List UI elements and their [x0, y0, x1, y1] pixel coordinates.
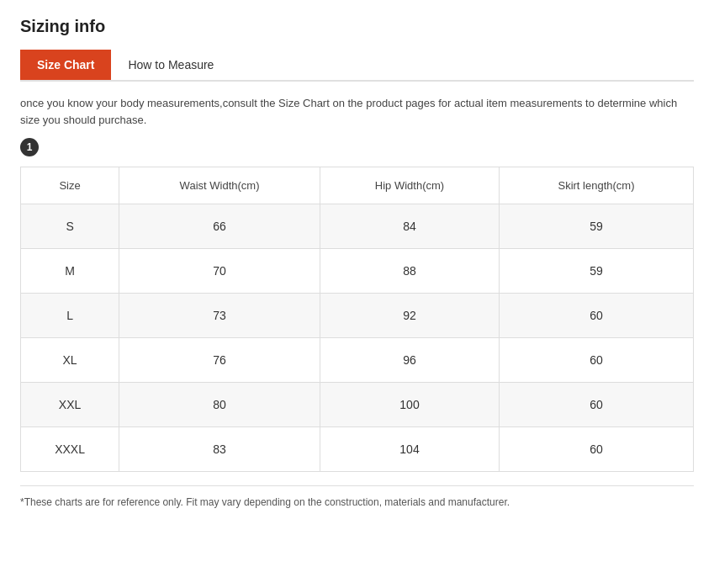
table-cell: XXXL [21, 427, 119, 472]
size-chart-description: once you know your body measurements,con… [20, 95, 694, 128]
table-cell: S [21, 204, 119, 249]
table-cell: 60 [500, 294, 694, 338]
table-cell: 80 [119, 383, 320, 427]
table-cell: 66 [119, 204, 320, 249]
col-header-hip: Hip Width(cm) [320, 167, 499, 204]
page-title: Sizing info [20, 17, 694, 36]
table-cell: 92 [320, 294, 499, 338]
table-row: S668459 [21, 204, 694, 249]
table-row: M708859 [21, 249, 694, 294]
size-chart-table: Size Waist Width(cm) Hip Width(cm) Skirt… [20, 167, 694, 472]
table-row: XXL8010060 [21, 383, 694, 427]
col-header-size: Size [21, 167, 119, 204]
table-cell: 84 [320, 204, 499, 249]
col-header-waist: Waist Width(cm) [119, 167, 320, 204]
col-header-skirt: Skirt length(cm) [500, 167, 694, 204]
table-cell: 59 [500, 249, 694, 294]
table-cell: 83 [119, 427, 320, 472]
tab-size-chart[interactable]: Size Chart [20, 50, 111, 80]
table-cell: 60 [500, 383, 694, 427]
table-cell: 76 [119, 338, 320, 383]
table-cell: 70 [119, 249, 320, 294]
table-cell: XXL [21, 383, 119, 427]
table-cell: 96 [320, 338, 499, 383]
table-cell: L [21, 294, 119, 338]
sizing-info-container: Sizing info Size Chart How to Measure on… [0, 0, 714, 527]
tab-how-to-measure[interactable]: How to Measure [111, 50, 230, 80]
table-cell: 100 [320, 383, 499, 427]
table-cell: 59 [500, 204, 694, 249]
table-row: XXXL8310460 [21, 427, 694, 472]
table-row: L739260 [21, 294, 694, 338]
table-cell: 88 [320, 249, 499, 294]
table-header-row: Size Waist Width(cm) Hip Width(cm) Skirt… [21, 167, 694, 204]
table-cell: 73 [119, 294, 320, 338]
step-badge: 1 [20, 138, 39, 156]
table-cell: M [21, 249, 119, 294]
table-row: XL769660 [21, 338, 694, 383]
table-cell: XL [21, 338, 119, 383]
table-cell: 104 [320, 427, 499, 472]
footer-note: *These charts are for reference only. Fi… [20, 485, 694, 510]
tabs-bar: Size Chart How to Measure [20, 50, 694, 82]
table-cell: 60 [500, 338, 694, 383]
table-cell: 60 [500, 427, 694, 472]
